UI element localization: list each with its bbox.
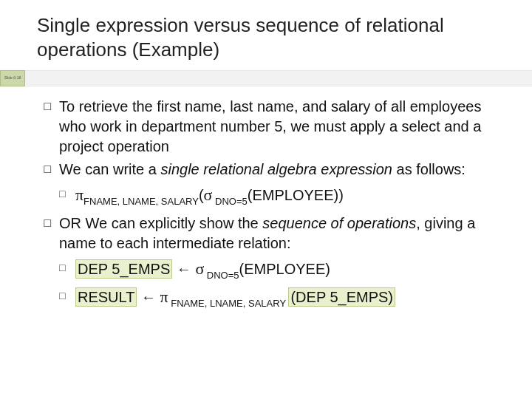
text-fragment: OR We can explicitly show the [59,215,262,231]
bullet-item: ◻ We can write a single relational algeb… [43,160,505,211]
pi-symbol: π [160,287,168,306]
sequence-step: RESULT ← π FNAME, LNAME, SALARY (DEP 5_E… [75,286,505,310]
slide-title: Single expression versus sequence of rel… [37,13,502,61]
slide-number-tag: Slide 6-18 [0,70,25,86]
projection-attrs: FNAME, LNAME, SALARY [83,196,199,207]
title-area: Single expression versus sequence of rel… [0,0,532,70]
content-area: ◻ To retrieve the first name, last name,… [0,86,532,324]
text-fragment: (EMPLOYEE) [239,261,330,277]
assign-arrow: ← [172,261,195,277]
pi-symbol: π [75,185,83,204]
bullet-icon: ◻ [43,214,59,313]
relational-expression: πFNAME, LNAME, SALARY(σ DNO=5(EMPLOYEE)) [75,184,505,208]
relation-name-highlight: RESULT [75,287,137,307]
divider-row: Slide 6-18 [0,70,532,86]
bullet-icon: ◻ [43,97,59,157]
bullet-text: We can write a single relational algebra… [59,160,505,211]
projection-attrs: FNAME, LNAME, SALARY [168,298,289,309]
sigma-symbol: σ [195,259,204,278]
sigma-symbol: σ [204,185,213,204]
text-emphasis: sequence of operations [262,215,416,231]
bullet-item: ◻ OR We can explicitly show the sequence… [43,214,505,313]
sub-item: □ DEP 5_EMPS ← σ DNO=5(EMPLOYEE) [59,258,505,282]
bullet-item: ◻ To retrieve the first name, last name,… [43,97,505,157]
bullet-icon: ◻ [43,160,59,211]
divider-bar [25,70,532,86]
text-fragment: ( [199,187,204,203]
assign-arrow: ← [137,289,160,305]
text-fragment: (EMPLOYEE)) [248,187,344,203]
selection-cond: DNO=5 [212,196,247,207]
sub-bullet-icon: □ [59,286,75,310]
text-fragment: We can write a [59,161,160,177]
text-emphasis: single relational algebra expression [160,161,392,177]
relation-name-highlight: DEP 5_EMPS [75,259,172,279]
bullet-text: OR We can explicitly show the sequence o… [59,214,505,313]
text-fragment: as follows: [392,161,466,177]
sub-bullet-icon: □ [59,184,75,208]
sub-bullet-icon: □ [59,258,75,282]
sequence-step: DEP 5_EMPS ← σ DNO=5(EMPLOYEE) [75,258,505,282]
selection-cond: DNO=5 [204,270,239,281]
sub-item: □ RESULT ← π FNAME, LNAME, SALARY (DEP 5… [59,286,505,310]
sub-item: □ πFNAME, LNAME, SALARY(σ DNO=5(EMPLOYEE… [59,184,505,208]
relation-ref-highlight: (DEP 5_EMPS) [288,287,395,307]
bullet-text: To retrieve the first name, last name, a… [59,97,505,157]
